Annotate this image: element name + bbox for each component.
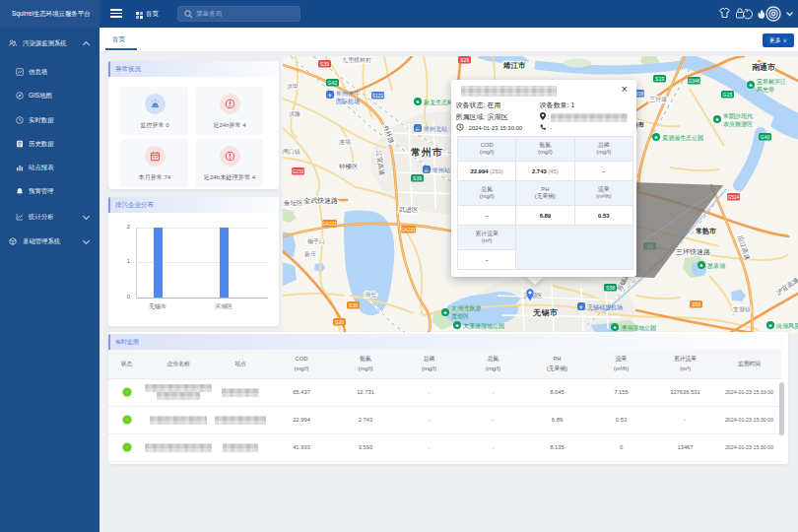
svg-text:黄泗浦生态公园: 黄泗浦生态公园 [662, 134, 703, 142]
svg-text:S53: S53 [692, 301, 700, 307]
svg-text:S39: S39 [413, 175, 422, 181]
svg-text:G15: G15 [723, 92, 733, 98]
svg-text:新庄: 新庄 [304, 250, 316, 257]
svg-text:支塘镇: 支塘镇 [733, 305, 751, 313]
svg-text:太湖湾旅游: 太湖湾旅游 [451, 304, 481, 312]
svg-text:🚆: 🚆 [415, 125, 422, 133]
svg-text:闸口镇: 闸口镇 [283, 149, 300, 156]
svg-text:尚湖风景区: 尚湖风景区 [776, 322, 798, 330]
svg-text:✈: ✈ [328, 93, 333, 99]
svg-text:S19: S19 [655, 76, 664, 82]
svg-text:风光带: 风光带 [757, 87, 774, 94]
svg-text:G4221: G4221 [322, 221, 337, 227]
svg-text:🚆: 🚆 [424, 166, 431, 174]
svg-text:农业旅游区: 农业旅游区 [723, 120, 753, 128]
svg-text:国际机场: 国际机场 [336, 98, 360, 105]
svg-text:常州奔牛: 常州奔牛 [336, 91, 360, 97]
svg-text:钟楼区: 钟楼区 [338, 163, 359, 169]
svg-text:常州北站: 常州北站 [424, 125, 447, 133]
svg-text:金武快速路: 金武快速路 [303, 197, 338, 205]
svg-text:大溪港湿地公园: 大溪港湿地公园 [463, 322, 504, 330]
svg-text:三圩埭: 三圩埭 [649, 96, 667, 102]
svg-text:常州市: 常州市 [411, 147, 443, 158]
svg-text:三环快速路: 三环快速路 [676, 248, 710, 256]
svg-text:G40: G40 [761, 134, 770, 140]
svg-text:S122: S122 [372, 93, 384, 99]
svg-text:S58: S58 [606, 285, 615, 291]
svg-text:S29: S29 [460, 57, 469, 63]
svg-text:洪隆: 洪隆 [289, 110, 300, 117]
svg-text:金坛区: 金坛区 [284, 199, 303, 206]
svg-text:武进区: 武进区 [398, 206, 419, 214]
svg-text:常阴沙现代: 常阴沙现代 [723, 113, 753, 120]
svg-text:常州站: 常州站 [432, 167, 450, 174]
svg-text:漕湖湿地公园: 漕湖湿地公园 [621, 324, 656, 332]
svg-text:G42: G42 [328, 80, 338, 86]
svg-text:新龙生态林: 新龙生态林 [424, 99, 454, 105]
svg-text:S30: S30 [349, 302, 358, 308]
svg-text:S39: S39 [320, 61, 329, 67]
svg-text:宝界树滨江: 宝界树滨江 [757, 78, 786, 85]
svg-text:九里横林村: 九里横林村 [342, 57, 371, 64]
svg-text:无锡硕放机场: 无锡硕放机场 [587, 303, 623, 311]
svg-text:洪甲: 洪甲 [287, 84, 299, 90]
svg-text:度假区: 度假区 [451, 312, 469, 320]
svg-text:G4221: G4221 [401, 227, 416, 233]
svg-text:G524: G524 [727, 194, 739, 200]
svg-text:楠子口: 楠子口 [307, 237, 325, 245]
svg-text:无锡市: 无锡市 [532, 307, 559, 317]
svg-text:✈: ✈ [579, 304, 584, 310]
svg-text:常熟市: 常熟市 [696, 227, 716, 235]
svg-text:连墙: 连墙 [339, 139, 351, 146]
svg-text:南通市: 南通市 [752, 62, 775, 72]
svg-text:湖仓: 湖仓 [365, 292, 376, 298]
svg-text:S20: S20 [335, 319, 344, 325]
svg-text:昆承湖: 昆承湖 [707, 263, 725, 270]
svg-text:靖江市: 靖江市 [502, 61, 526, 70]
svg-text:G233: G233 [292, 168, 303, 174]
svg-text:G346: G346 [688, 78, 699, 84]
